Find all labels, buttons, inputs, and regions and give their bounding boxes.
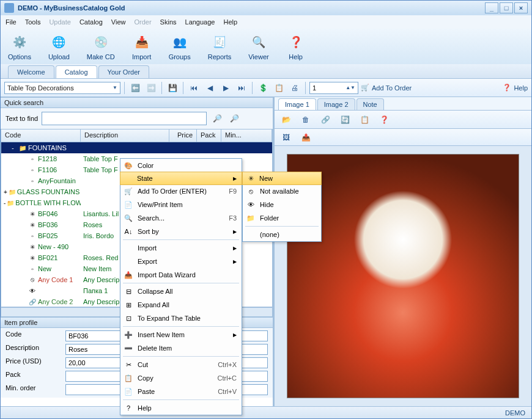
menu-item[interactable]: Export▶ <box>120 255 242 268</box>
expand-icon[interactable] <box>18 297 27 306</box>
expand-icon[interactable] <box>18 286 27 295</box>
expand-icon[interactable] <box>18 253 27 262</box>
menu-item[interactable]: 🎨Color <box>120 159 242 172</box>
menu-item[interactable]: State▶ <box>120 172 242 185</box>
menu-item[interactable]: ⊟Collapse All <box>120 285 242 298</box>
money-button[interactable]: 💲 <box>256 81 270 95</box>
thumb-export-button[interactable]: 📤 <box>299 131 312 144</box>
menu-item[interactable]: ⊞Expand All <box>120 298 242 312</box>
col-price[interactable]: Price <box>169 129 197 142</box>
tb-viewer[interactable]: 🔍Viewer <box>248 32 268 60</box>
menu-item[interactable]: 📥Import Data Wizard <box>120 268 242 282</box>
expand-icon[interactable] <box>18 166 27 174</box>
tb-import[interactable]: 📥Import <box>132 32 152 60</box>
menu-update[interactable]: Update <box>49 18 70 26</box>
img-open-button[interactable]: 📂 <box>279 113 293 126</box>
search-next-button[interactable]: 🔎 <box>227 112 241 125</box>
tab-image2[interactable]: Image 2 <box>317 98 355 110</box>
menu-item[interactable]: 🛒Add To Order (ENTER)F9 <box>120 184 242 198</box>
nav-back-button[interactable]: ⬅️ <box>128 81 142 95</box>
tab-yourorder[interactable]: Your Order <box>98 65 149 78</box>
col-description[interactable]: Description <box>81 129 169 142</box>
img-refresh-button[interactable]: 🔄 <box>338 113 352 126</box>
search-input[interactable] <box>42 112 207 125</box>
tree-row[interactable]: -📁FOUNTAINS <box>1 142 272 153</box>
save-button[interactable]: 💾 <box>166 81 179 95</box>
menu-item[interactable]: ✳New <box>242 172 322 185</box>
menu-tools[interactable]: Tools <box>25 18 41 26</box>
minimize-button[interactable]: _ <box>485 2 498 13</box>
rec-last-button[interactable]: ⏭ <box>235 81 248 95</box>
menu-language[interactable]: Language <box>185 18 215 26</box>
menu-item[interactable]: Import▶ <box>120 241 242 255</box>
expand-icon[interactable]: + <box>4 188 7 196</box>
expand-icon[interactable] <box>18 210 27 218</box>
add-to-order-label: Add To Order <box>372 84 412 92</box>
expand-icon[interactable] <box>18 242 27 251</box>
expand-icon[interactable] <box>18 231 27 240</box>
expand-icon[interactable] <box>18 177 27 185</box>
menu-item[interactable]: 👁Hide <box>243 198 321 211</box>
menu-item[interactable]: ➖Delete Item <box>120 341 242 355</box>
menu-item[interactable]: ✂CutCtrl+X <box>120 358 242 371</box>
context-submenu-state[interactable]: ✳New⦸Not available👁Hide📁Folder(none) <box>242 172 322 242</box>
rec-first-button[interactable]: ⏮ <box>187 81 201 95</box>
search-button[interactable]: 🔎 <box>210 112 224 125</box>
expand-icon[interactable] <box>18 220 27 229</box>
help-link[interactable]: ❓Help <box>503 84 528 92</box>
maximize-button[interactable]: □ <box>500 2 513 13</box>
menu-order[interactable]: Order <box>134 18 151 26</box>
menu-item[interactable]: 📄View/Print Item <box>120 198 242 211</box>
close-button[interactable]: × <box>514 2 528 13</box>
tb-help[interactable]: ❓Help <box>286 32 306 60</box>
group-combo[interactable]: Table Top Decorations▼ <box>4 82 120 94</box>
nav-fwd-button[interactable]: ➡️ <box>144 81 158 95</box>
tb-makecd[interactable]: 💿Make CD <box>87 32 115 60</box>
tab-image1[interactable]: Image 1 <box>278 98 316 110</box>
expand-icon[interactable] <box>18 275 27 284</box>
print-button[interactable]: 🖨 <box>288 81 301 95</box>
col-min[interactable]: Min... <box>221 129 272 142</box>
expand-icon[interactable]: - <box>9 144 17 152</box>
tb-reports[interactable]: 🧾Reports <box>208 32 232 60</box>
expand-icon[interactable] <box>18 155 27 163</box>
folder-icon: 📁 <box>7 199 14 207</box>
menu-catalog[interactable]: Catalog <box>79 18 103 26</box>
rec-prev-button[interactable]: ◀ <box>203 81 216 95</box>
menu-item[interactable]: 📋CopyCtrl+C <box>120 371 242 385</box>
qty-field[interactable]: 1▲▼ <box>309 82 358 94</box>
tab-catalog[interactable]: Catalog <box>56 65 97 78</box>
menu-item[interactable]: A↓Sort by▶ <box>120 225 242 238</box>
add-to-order-button[interactable]: 🛒Add To Order <box>361 84 412 92</box>
col-code[interactable]: Code <box>1 129 81 142</box>
img-copy-button[interactable]: 📋 <box>358 113 371 126</box>
tab-note[interactable]: Note <box>357 98 384 110</box>
tb-upload[interactable]: 🌐Upload <box>48 32 70 60</box>
rec-next-button[interactable]: ▶ <box>219 81 232 95</box>
tb-groups[interactable]: 👥Groups <box>169 32 191 60</box>
thumb-grid-button[interactable]: 🖼 <box>279 131 293 144</box>
menu-file[interactable]: File <box>6 18 17 26</box>
tab-welcome[interactable]: Welcome <box>8 65 54 78</box>
menu-item-icon: 🎨 <box>123 162 134 170</box>
menu-item[interactable]: 📄PasteCtrl+V <box>120 385 242 398</box>
menu-item[interactable]: 🔍Search...F3 <box>120 211 242 225</box>
copy-button[interactable]: 📋 <box>272 81 286 95</box>
menu-item[interactable]: ?Help <box>120 401 242 415</box>
img-delete-button[interactable]: 🗑 <box>299 113 312 126</box>
expand-icon[interactable] <box>18 264 27 273</box>
img-help-button[interactable]: ❓ <box>377 113 391 126</box>
tb-options[interactable]: ⚙️Options <box>8 32 31 60</box>
menu-item[interactable]: (none) <box>243 228 321 241</box>
menu-item[interactable]: ⦸Not available <box>243 184 321 198</box>
expand-icon[interactable]: - <box>4 199 6 207</box>
menu-item[interactable]: 📁Folder <box>243 211 321 225</box>
img-link-button[interactable]: 🔗 <box>319 113 332 126</box>
menu-view[interactable]: View <box>111 18 126 26</box>
col-pack[interactable]: Pack <box>197 129 221 142</box>
menu-help[interactable]: Help <box>223 18 237 26</box>
menu-item[interactable]: ⊡To Expand The Table <box>120 312 242 325</box>
context-menu[interactable]: 🎨ColorState▶🛒Add To Order (ENTER)F9📄View… <box>120 158 242 415</box>
menu-skins[interactable]: Skins <box>160 18 177 26</box>
menu-item[interactable]: ➕Insert New Item▶ <box>120 328 242 341</box>
